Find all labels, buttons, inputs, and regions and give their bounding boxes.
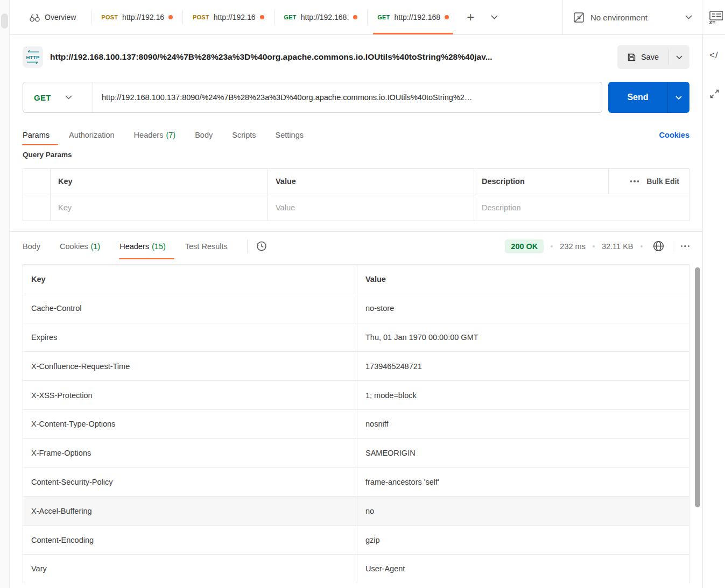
method-select[interactable]: GET [23,82,93,112]
header-key: X-XSS-Protection [23,381,357,409]
request-title: http://192.168.100.137:8090/%24%7B%28%23… [50,52,609,62]
divider [247,239,248,253]
svg-text:x=: x= [709,19,716,25]
tab-settings[interactable]: Settings [276,124,304,146]
more-options-icon[interactable] [630,180,639,182]
header-value: User-Agent [357,555,689,583]
header-key: Content-Security-Policy [23,468,357,497]
tab-label: Cookies [60,242,88,251]
table-row: Content-Security-Policy frame-ancestors … [23,467,689,497]
sidebar-handle[interactable] [1,13,8,29]
param-key-input[interactable] [58,203,260,212]
dot-separator [593,245,595,247]
column-header-key: Key [51,169,268,194]
topbar-right: No environment x= [562,0,725,34]
table-row: X-Frame-Options SAMEORIGIN [23,438,689,467]
environment-label: No environment [590,13,680,22]
header-value: gzip [357,526,689,554]
row-checkbox-cell[interactable] [23,194,51,221]
header-value: SAMEORIGIN [357,439,689,467]
tab-label: http://192.168 [395,13,441,22]
header-value: Thu, 01 Jan 1970 00:00:00 GMT [357,323,689,352]
tab-overview[interactable]: Overview [10,0,91,34]
tab-response-cookies[interactable]: Cookies (1) [60,232,100,260]
network-globe-icon[interactable] [652,239,665,253]
param-description-cell [474,194,689,221]
response-history-icon[interactable] [255,240,268,252]
tab-request-2[interactable]: POST http://192.16 [183,0,274,34]
code-snippet-icon[interactable]: </ [709,50,719,61]
param-description-input[interactable] [482,203,681,212]
expand-pane-icon[interactable] [709,89,720,99]
select-all-cell[interactable] [23,169,51,194]
tab-headers[interactable]: Headers (7) [134,124,176,146]
response-more-options-icon[interactable] [681,245,690,247]
left-sidebar-rail[interactable] [0,0,10,588]
send-options-chevron-icon[interactable] [668,82,689,113]
app-window: Overview POST http://192.16 POST http://… [0,0,725,588]
dot-separator [551,245,553,247]
tab-response-body[interactable]: Body [23,232,40,260]
header-key: X-Content-Type-Options [23,410,357,438]
tab-test-results[interactable]: Test Results [185,232,228,260]
tab-list-chevron-down-icon[interactable] [482,0,506,34]
unsaved-dot-icon [445,15,449,19]
tab-label: Params [23,131,50,139]
query-params-table: Key Value Description Bulk Edit [23,168,689,221]
binoculars-icon [29,12,40,23]
tab-scripts[interactable]: Scripts [232,124,256,146]
tab-body[interactable]: Body [195,124,213,146]
column-header-description: Description [474,169,609,194]
query-params-title: Query Params [23,151,689,159]
tab-label: Headers [134,131,164,139]
no-environment-icon [573,11,585,24]
environment-selector[interactable]: No environment [563,0,702,34]
tab-label: Body [23,242,40,251]
save-label: Save [641,53,659,61]
headers-count: (15) [152,242,166,251]
unsaved-dot-icon [168,15,173,19]
unsaved-dot-icon [260,15,264,19]
tab-response-headers[interactable]: Headers (15) [119,232,166,260]
table-row: X-Content-Type-Options nosniff [23,409,689,438]
save-options-chevron-icon[interactable] [669,45,689,69]
method-badge: GET [377,14,390,20]
method-value: GET [34,93,51,102]
response-meta: 200 OK 232 ms 32.11 KB [505,239,689,253]
tab-label: Overview [45,13,76,22]
url-row: GET Send [23,82,689,113]
column-header-key: Key [23,265,357,294]
header-value: 1; mode=block [357,381,689,409]
tab-bar: Overview POST http://192.16 POST http://… [10,0,725,35]
tab-label: Test Results [185,242,228,251]
tab-label: http://192.168. [301,13,349,22]
divider [673,241,673,252]
environment-quick-look-icon[interactable]: x= [702,0,725,34]
url-input[interactable] [93,82,602,112]
bulk-edit-label[interactable]: Bulk Edit [646,177,679,186]
http-request-icon: HTTP [23,46,43,68]
header-value: 1739465248721 [357,352,689,380]
tab-request-1[interactable]: POST http://192.16 [91,0,182,34]
new-tab-button[interactable]: + [459,0,482,34]
table-header-row: Key Value [23,265,689,294]
tab-request-4-active[interactable]: GET http://192.168 [368,0,459,34]
save-button-main[interactable]: Save [617,45,668,69]
cookies-link[interactable]: Cookies [659,131,689,139]
tab-authorization[interactable]: Authorization [69,124,115,146]
scrollbar-thumb[interactable] [695,267,700,507]
header-key: X-Accel-Buffering [23,497,357,525]
param-value-input[interactable] [276,203,466,212]
tab-request-3[interactable]: GET http://192.168. [274,0,368,34]
environment-chevron-down-icon [685,15,692,19]
response-bar: Body Cookies (1) Headers (15) Test Resul… [23,232,689,260]
table-row: Expires Thu, 01 Jan 1970 00:00:00 GMT [23,323,689,352]
request-title-row: HTTP http://192.168.100.137:8090/%24%7B%… [23,45,689,69]
bulk-edit-control[interactable]: Bulk Edit [609,169,689,194]
send-label[interactable]: Send [608,82,667,113]
tab-params[interactable]: Params [23,124,50,146]
params-header-row: Key Value Description Bulk Edit [23,169,689,194]
save-button[interactable]: Save [617,45,689,69]
header-value: no-store [357,294,689,323]
send-button[interactable]: Send [608,82,689,113]
